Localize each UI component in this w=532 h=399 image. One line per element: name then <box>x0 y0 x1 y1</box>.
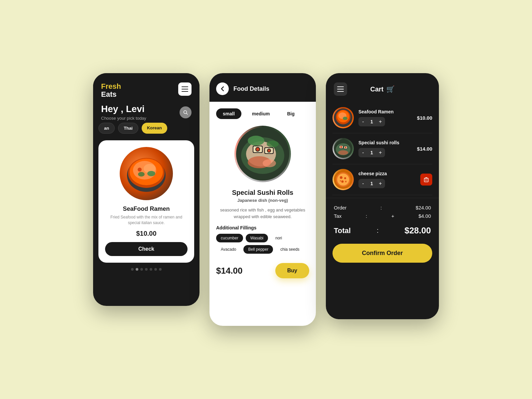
details-body: small medium Big <box>209 102 316 301</box>
tax-colon: : <box>366 213 367 219</box>
fillings-row-2: Avacado Bell pepper chia seeds <box>216 245 309 254</box>
sushi-cart-image <box>332 138 354 159</box>
details-title: Food Details <box>233 85 269 92</box>
filling-chia[interactable]: chia seeds <box>276 245 304 254</box>
ramen-price: $10.00 <box>417 115 432 121</box>
svg-point-23 <box>248 136 264 146</box>
sushi-qty-control: - 1 + <box>358 148 385 157</box>
featured-card: SeaFood Ramen Fried Seafood with the mix… <box>98 140 194 263</box>
logo-eats: Eats <box>101 90 121 98</box>
confirm-order-button[interactable]: Confirm Order <box>332 244 432 263</box>
greeting-text: Hey , Levi <box>101 104 146 114</box>
svg-point-45 <box>345 181 347 183</box>
category-korean[interactable]: Korean <box>142 123 167 134</box>
total-value: $28.00 <box>404 225 431 236</box>
home-header: Fresh Eats <box>93 73 200 104</box>
total-label: Total <box>334 226 351 235</box>
sushi-price: $14.00 <box>417 146 432 152</box>
ramen-cart-image <box>332 107 354 128</box>
ramen-qty-minus[interactable]: - <box>358 117 368 126</box>
svg-point-9 <box>138 172 145 177</box>
subtext: Choose your pick today <box>101 116 146 121</box>
cart-item-ramen: Seafood Ramen - 1 + $10.00 <box>332 102 432 133</box>
svg-point-24 <box>267 141 279 147</box>
home-screen: Fresh Eats Hey , Levi Choose your pick t… <box>93 73 200 306</box>
trash-icon <box>424 177 429 182</box>
tax-row: Tax : + $4.00 <box>334 213 431 219</box>
filling-nori[interactable]: nori <box>271 234 287 242</box>
ramen-illustration <box>123 150 170 197</box>
svg-point-20 <box>268 149 270 152</box>
dot-5 <box>150 268 152 271</box>
cart-screen: Cart 🛒 Seafood Ramen <box>326 73 439 319</box>
search-button[interactable] <box>180 106 192 118</box>
order-colon: : <box>380 205 382 210</box>
pizza-qty-minus[interactable]: - <box>358 179 368 188</box>
filling-cucumber[interactable]: cucumber <box>216 234 243 242</box>
screens-container: Fresh Eats Hey , Levi Choose your pick t… <box>93 73 439 326</box>
item-price: $10.00 <box>105 230 188 237</box>
sushi-mini-illustration <box>334 139 352 158</box>
filling-avocado[interactable]: Avacado <box>216 245 241 254</box>
search-icon <box>183 110 188 115</box>
category-thai[interactable]: Thai <box>118 123 138 134</box>
category-an[interactable]: an <box>98 123 115 134</box>
order-label: Order <box>334 205 346 210</box>
dot-4 <box>145 268 148 271</box>
order-summary: Order : $24.00 Tax : + $4.00 Total : $28… <box>326 198 439 241</box>
sushi-name: Special sushi rolls <box>358 140 412 145</box>
food-details-screen: Food Details small medium Big <box>209 73 316 326</box>
filling-bellpepper[interactable]: Bell pepper <box>243 245 273 254</box>
ramen-name: Seafood Ramen <box>358 109 412 114</box>
tax-label: Tax <box>334 213 341 219</box>
fillings-label: Additional Fillings <box>216 225 309 230</box>
svg-point-41 <box>337 174 349 186</box>
sushi-qty-minus[interactable]: - <box>358 148 368 157</box>
sushi-qty-plus[interactable]: + <box>376 148 385 157</box>
check-button[interactable]: Check <box>105 242 188 256</box>
ramen-qty-control: - 1 + <box>358 117 385 126</box>
size-selector: small medium Big <box>216 108 309 119</box>
size-big[interactable]: Big <box>281 108 302 119</box>
menu-button[interactable] <box>178 82 192 96</box>
pizza-delete-button[interactable] <box>420 174 432 186</box>
ramen-qty: 1 <box>368 119 376 124</box>
carousel-dots <box>93 263 200 279</box>
ramen-qty-plus[interactable]: + <box>376 117 385 126</box>
cart-title-text: Cart <box>370 85 383 93</box>
pizza-qty-plus[interactable]: + <box>376 179 385 188</box>
size-medium[interactable]: medium <box>245 108 277 119</box>
back-button[interactable] <box>216 82 229 95</box>
logo-fresh: Fresh <box>101 82 121 90</box>
cart-item-pizza: cheese pizza - 1 + <box>332 164 432 195</box>
dot-1 <box>131 268 134 271</box>
cart-menu-button[interactable] <box>334 82 347 96</box>
item-desc: Fried Seafood with the mix of ramen and … <box>105 214 188 226</box>
filling-wasabi[interactable]: Wasabi <box>246 234 268 242</box>
sushi-qty: 1 <box>368 150 376 155</box>
pizza-info: cheese pizza - 1 + <box>358 171 416 188</box>
buy-button[interactable]: Buy <box>275 263 309 278</box>
total-row: Total : $28.00 <box>334 223 431 236</box>
dot-3 <box>140 268 143 271</box>
pizza-qty: 1 <box>368 181 376 186</box>
pizza-qty-control: - 1 + <box>358 179 385 188</box>
food-image-sushi <box>234 126 291 182</box>
svg-point-44 <box>341 181 344 183</box>
pizza-mini-illustration <box>334 170 352 189</box>
sushi-illustration <box>236 127 289 181</box>
ramen-mini-illustration <box>334 108 352 127</box>
ramen-info: Seafood Ramen - 1 + <box>358 109 412 126</box>
svg-point-43 <box>344 177 346 179</box>
size-small[interactable]: small <box>216 108 241 119</box>
details-item-desc: seasoned rice with fish , egg and vegeta… <box>216 207 309 220</box>
order-row: Order : $24.00 <box>334 205 431 210</box>
cart-items: Seafood Ramen - 1 + $10.00 <box>326 102 439 195</box>
back-icon <box>221 86 224 91</box>
cart-title: Cart 🛒 <box>370 85 394 93</box>
sushi-info: Special sushi rolls - 1 + <box>358 140 412 157</box>
cart-header: Cart 🛒 <box>326 73 439 102</box>
cart-icon: 🛒 <box>386 85 395 93</box>
fillings-row-1: cucumber Wasabi nori <box>216 234 309 242</box>
details-bottom: $14.00 Buy <box>216 256 309 282</box>
